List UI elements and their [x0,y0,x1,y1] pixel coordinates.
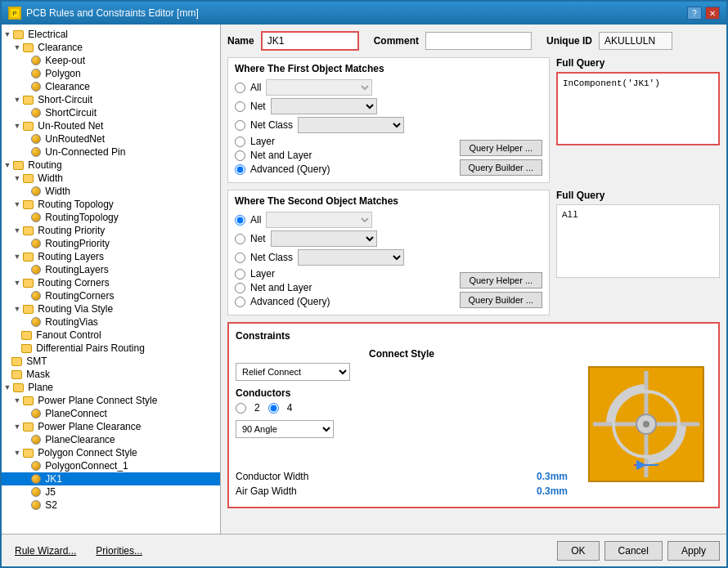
tree-item-shortcircuit[interactable]: ShortCircuit [2,106,220,119]
tree-toggle[interactable]: ▼ [11,395,23,406]
conductors-radio-2[interactable] [236,403,246,414]
first-radio-layer[interactable] [235,136,245,147]
tree-toggle[interactable]: ▼ [11,199,23,210]
tree-toggle[interactable]: ▼ [11,447,23,458]
tree-item-fanout-control[interactable]: Fanout Control [2,329,220,342]
cancel-button[interactable]: Cancel [604,541,663,561]
comment-input[interactable] [425,32,532,50]
conductor-width-label: Conductor Width [236,471,308,482]
tree-item-unroutednet[interactable]: UnRoutedNet [2,132,220,145]
second-radio-layer[interactable] [235,269,245,280]
rule-icon [31,69,41,78]
first-radio-netandlayer[interactable] [235,150,245,161]
second-net-dropdown[interactable] [271,230,377,247]
rule-icon [31,461,41,471]
tree-item-width[interactable]: ▼ Width [2,172,220,185]
tree-item-un-connected-pin[interactable]: Un-Connected Pin [2,145,220,159]
tree-item-mask[interactable]: Mask [2,368,220,381]
tree-item-electrical[interactable]: ▼ Electrical [2,28,220,41]
tree-toggle[interactable]: ▼ [11,42,23,53]
first-radio-advanced[interactable] [235,164,245,175]
tree-item-plane[interactable]: ▼ Plane [2,381,220,394]
tree-toggle[interactable]: ▼ [11,120,23,132]
tree-item-width[interactable]: Width [2,185,220,198]
tree-item-routing-via-style[interactable]: ▼ Routing Via Style [2,302,220,315]
priorities-button[interactable]: Priorities... [89,542,149,560]
tree-item-power-plane-clearance[interactable]: ▼ Power Plane Clearance [2,420,220,433]
tree-item-routingcorners[interactable]: RoutingCorners [2,289,220,302]
tree-item-differential-pairs-routing[interactable]: Differential Pairs Routing [2,342,220,355]
tree-item-routing[interactable]: ▼ Routing [2,159,220,172]
tree-item-keep-out[interactable]: Keep-out [2,54,220,67]
second-radio-netclass[interactable] [235,253,245,263]
tree-toggle[interactable]: ▼ [2,382,13,393]
tree-label: RoutingVias [41,316,98,328]
ok-button[interactable]: OK [557,541,599,561]
first-full-query-code: InComponent('JK1') [563,78,713,88]
rule-wizard-button[interactable]: Rule Wizard... [8,542,83,560]
tree-item-j5[interactable]: J5 [2,485,220,499]
tree-toggle[interactable]: ▼ [2,29,13,40]
name-input[interactable] [261,31,359,51]
air-gap-value: 0.3mm [537,485,568,497]
tree-item-s2[interactable]: S2 [2,499,220,512]
tree-item-routing-corners[interactable]: ▼ Routing Corners [2,276,220,289]
tree-item-clearance[interactable]: Clearance [2,80,220,93]
first-all-dropdown[interactable] [266,79,372,96]
folder-icon [11,370,22,379]
tree-item-un-routed-net[interactable]: ▼ Un-Routed Net [2,119,220,132]
uid-input[interactable] [599,32,672,50]
tree-item-planeconnect[interactable]: PlaneConnect [2,407,220,420]
first-radio-all[interactable] [235,83,245,93]
second-all-dropdown[interactable] [266,212,372,228]
apply-button[interactable]: Apply [667,541,720,561]
tree-toggle[interactable]: ▼ [11,94,23,105]
tree-toggle[interactable]: ▼ [11,303,23,315]
second-radio-all[interactable] [235,215,245,226]
tree-item-smt[interactable]: SMT [2,355,220,368]
tree-item-short-circuit[interactable]: ▼ Short-Circuit [2,93,220,106]
tree-item-jk1[interactable]: JK1 [2,472,220,485]
first-full-query-label: Full Query [556,57,720,69]
tree-item-routingtopology[interactable]: RoutingTopology [2,211,220,224]
tree-toggle[interactable]: ▼ [11,421,23,432]
tree-item-clearance[interactable]: ▼ Clearance [2,41,220,54]
second-full-query-box: All [556,204,720,278]
tree-item-planeclearance[interactable]: PlaneClearance [2,433,220,446]
first-radio-net[interactable] [235,101,245,112]
second-radio-advanced[interactable] [235,297,245,307]
conductors-radio-4[interactable] [268,403,279,414]
tree-item-routing-layers[interactable]: ▼ Routing Layers [2,250,220,263]
first-query-builder-btn[interactable]: Query Builder ... [460,159,542,176]
first-match-net: Net [235,98,460,114]
first-radio-netclass[interactable] [235,120,245,131]
tree-item-power-plane-connect-style[interactable]: ▼ Power Plane Connect Style [2,394,220,407]
first-net-dropdown[interactable] [271,98,377,114]
tree-label: S2 [41,499,57,511]
tree-toggle[interactable]: ▼ [11,277,23,288]
tree-item-polygon-connect-style[interactable]: ▼ Polygon Connect Style [2,446,220,459]
first-query-helper-btn[interactable]: Query Helper ... [460,140,542,156]
second-radio-net[interactable] [235,234,245,244]
tree-item-routing-topology[interactable]: ▼ Routing Topology [2,198,220,211]
tree-toggle[interactable]: ▼ [2,159,13,171]
tree-item-routing-priority[interactable]: ▼ Routing Priority [2,224,220,237]
tree-toggle[interactable]: ▼ [11,172,23,184]
first-netclass-dropdown[interactable] [298,117,404,133]
tree-item-routinglayers[interactable]: RoutingLayers [2,263,220,276]
connect-style-dropdown[interactable]: Relief Connect Direct Connect No Connect [236,363,350,381]
angle-dropdown[interactable]: 90 Angle 45 Angle [236,420,334,438]
tree-item-polygon[interactable]: Polygon [2,67,220,80]
folder-icon [21,331,32,340]
help-button[interactable]: ? [687,7,702,20]
tree-toggle[interactable]: ▼ [11,225,23,236]
second-radio-netandlayer[interactable] [235,283,245,293]
second-query-helper-btn[interactable]: Query Helper ... [460,272,542,288]
second-netclass-dropdown[interactable] [298,249,404,266]
second-query-builder-btn[interactable]: Query Builder ... [460,292,542,308]
tree-item-routingvias[interactable]: RoutingVias [2,315,220,329]
tree-item-routingpriority[interactable]: RoutingPriority [2,237,220,250]
close-button[interactable]: ✕ [705,7,720,20]
tree-item-polygonconnect_1[interactable]: PolygonConnect_1 [2,459,220,472]
tree-toggle[interactable]: ▼ [11,251,23,262]
